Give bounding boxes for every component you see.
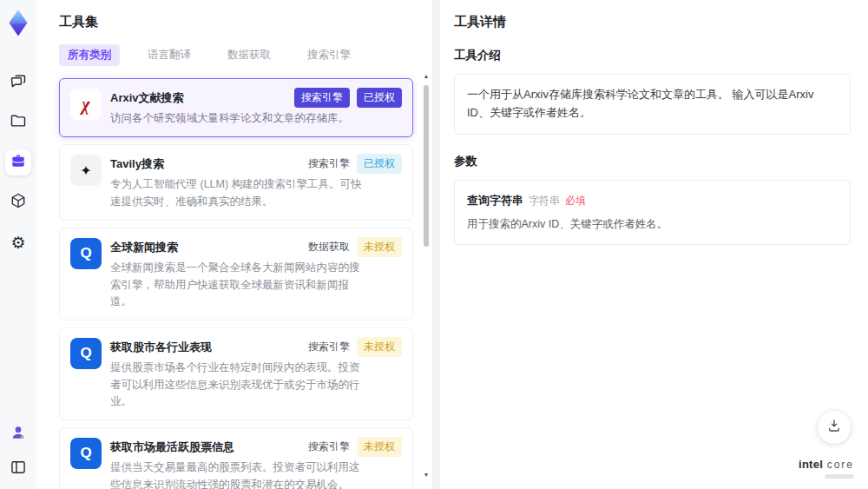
intel-core-logo: intel core: [799, 456, 854, 479]
tool-badges: 搜索引擎 未授权: [308, 337, 402, 357]
category-tab[interactable]: 语言翻译: [139, 44, 200, 66]
tool-category-badge: 搜索引擎: [308, 439, 350, 454]
tool-card[interactable]: χ Arxiv文献搜索 访问各个研究领域大量科学论文和文章的存储库。 搜索引擎 …: [59, 78, 413, 137]
param-row: 查询字符串字符串必填 用于搜索的Arxiv ID、关键字或作者姓名。: [467, 192, 838, 233]
tool-auth-badge: 未授权: [357, 437, 402, 457]
tool-icon: χ: [70, 89, 102, 120]
page-title: 工具集: [59, 14, 420, 30]
category-tab[interactable]: 数据获取: [219, 44, 279, 66]
tool-auth-badge: 已授权: [357, 88, 402, 108]
tool-list-panel: 工具集 所有类别语言翻译数据获取搜索引擎 χ Arxiv文献搜索 访问各个研究领…: [36, 0, 432, 489]
tool-description: 提供股票市场各个行业在特定时间段内的表现。投资者可以利用这些信息来识别表现优于或…: [110, 360, 364, 410]
sidebar-item-tools[interactable]: [5, 149, 31, 175]
tool-icon: Q: [70, 438, 102, 469]
nav-rail: ⚙: [0, 0, 36, 489]
param-required-badge: 必填: [565, 195, 586, 207]
param-list: 查询字符串字符串必填 用于搜索的Arxiv ID、关键字或作者姓名。: [467, 192, 838, 233]
tool-icon: ✦: [70, 155, 102, 186]
list-scrollbar[interactable]: ▲ ▼: [422, 73, 431, 483]
tool-card[interactable]: Q 全球新闻搜索 全球新闻搜索是一个聚合全球各大新闻网站内容的搜索引擎，帮助用户…: [59, 228, 413, 320]
sidebar-item-chat[interactable]: [5, 69, 31, 96]
tool-badges: 搜索引擎 已授权: [294, 88, 402, 108]
tool-category-badge: 搜索引擎: [308, 340, 350, 354]
tool-description: 全球新闻搜索是一个聚合全球各大新闻网站内容的搜索引擎，帮助用户快速获取全球最新资…: [110, 260, 364, 310]
tool-badges: 搜索引擎 已授权: [308, 154, 402, 174]
panel-divider: [432, 0, 440, 489]
tool-detail-panel: 工具详情 工具介绍 一个用于从Arxiv存储库搜索科学论文和文章的工具。 输入可…: [440, 0, 868, 489]
tool-auth-badge: 未授权: [357, 237, 402, 257]
param-name: 查询字符串: [467, 194, 523, 207]
download-icon: [826, 418, 842, 437]
intro-heading: 工具介绍: [454, 48, 851, 63]
brand-core-text: core: [827, 459, 854, 471]
chat-icon: [10, 72, 27, 93]
params-heading: 参数: [454, 154, 851, 169]
cube-icon: [10, 192, 27, 213]
param-description: 用于搜索的Arxiv ID、关键字或作者姓名。: [467, 215, 838, 233]
sidebar-item-files[interactable]: [5, 109, 31, 135]
briefcase-icon: [10, 152, 27, 173]
nav-rail-bottom: [0, 421, 36, 482]
tool-category-badge: 搜索引擎: [294, 88, 350, 108]
tool-card[interactable]: Q 获取股市各行业表现 提供股票市场各个行业在特定时间段内的表现。投资者可以利用…: [59, 327, 413, 420]
sidebar-item-settings[interactable]: ⚙: [5, 229, 31, 255]
tool-description: 提供当天交易量最高的股票列表。投资者可以利用这些信息来识别流动性强的股票和潜在的…: [110, 459, 364, 489]
tool-card[interactable]: ✦ Tavily搜索 专为人工智能代理 (LLM) 构建的搜索引擎工具。可快速提…: [59, 144, 413, 221]
scroll-up-arrow-icon[interactable]: ▲: [422, 73, 431, 79]
param-type: 字符串: [529, 195, 560, 207]
tool-description: 访问各个研究领域大量科学论文和文章的存储库。: [110, 110, 364, 127]
category-tabs: 所有类别语言翻译数据获取搜索引擎: [59, 44, 420, 66]
detail-title: 工具详情: [454, 14, 851, 30]
scroll-down-arrow-icon[interactable]: ▼: [422, 472, 431, 478]
sidebar-item-models[interactable]: [5, 189, 31, 215]
sidebar-item-collapse[interactable]: [5, 456, 31, 482]
scrollbar-thumb[interactable]: [424, 85, 429, 247]
tool-auth-badge: 未授权: [357, 337, 402, 357]
intro-card: 一个用于从Arxiv存储库搜索科学论文和文章的工具。 输入可以是Arxiv ID…: [454, 74, 851, 135]
category-tab[interactable]: 所有类别: [59, 44, 120, 66]
tool-category-badge: 搜索引擎: [308, 156, 350, 171]
sidebar-item-account[interactable]: [5, 421, 31, 447]
tool-badges: 数据获取 未授权: [308, 237, 402, 257]
tool-badges: 搜索引擎 未授权: [308, 437, 402, 457]
tool-description: 专为人工智能代理 (LLM) 构建的搜索引擎工具。可快速提供实时、准确和真实的结…: [110, 176, 364, 210]
intro-text: 一个用于从Arxiv存储库搜索科学论文和文章的工具。 输入可以是Arxiv ID…: [467, 86, 838, 122]
params-card: 查询字符串字符串必填 用于搜索的Arxiv ID、关键字或作者姓名。: [454, 180, 851, 245]
tool-auth-badge: 已授权: [357, 154, 402, 174]
tool-list: χ Arxiv文献搜索 访问各个研究领域大量科学论文和文章的存储库。 搜索引擎 …: [59, 78, 420, 489]
category-tab[interactable]: 搜索引擎: [299, 44, 359, 66]
app-window: ⚙: [0, 0, 868, 489]
brand-intel-text: intel: [799, 458, 823, 471]
folder-icon: [10, 112, 27, 133]
tool-icon: Q: [70, 238, 102, 269]
brand-badge-bar: [825, 474, 854, 479]
panel-layout-icon: [10, 459, 27, 479]
download-button[interactable]: [818, 411, 851, 444]
app-logo-icon: [6, 9, 30, 36]
gear-icon: ⚙: [10, 235, 25, 251]
user-icon: [10, 424, 27, 445]
tool-icon: Q: [70, 338, 102, 369]
tool-card[interactable]: Q 获取市场最活跃股票信息 提供当天交易量最高的股票列表。投资者可以利用这些信息…: [59, 427, 413, 489]
tool-category-badge: 数据获取: [308, 240, 350, 254]
